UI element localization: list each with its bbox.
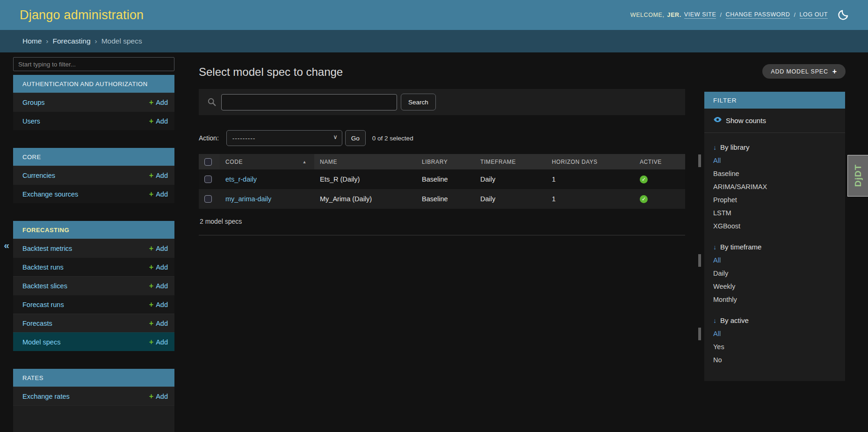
breadcrumb-home[interactable]: Home bbox=[22, 37, 42, 45]
column-header-timeframe[interactable]: TIMEFRAME bbox=[475, 154, 546, 169]
add-model-spec-button[interactable]: ADD MODEL SPEC + bbox=[762, 64, 846, 79]
breadcrumb-forecasting[interactable]: Forecasting bbox=[53, 37, 91, 45]
model-specs-link[interactable]: Model specs bbox=[22, 338, 60, 346]
add-users[interactable]: + Add bbox=[149, 117, 168, 125]
filter-option-library-lstm[interactable]: LSTM bbox=[713, 206, 836, 220]
top-header: Django administration WELCOME, JER. VIEW… bbox=[0, 0, 868, 30]
add-backtest-metrics-link[interactable]: Add bbox=[156, 245, 168, 252]
site-title[interactable]: Django administration bbox=[20, 8, 144, 22]
row-checkbox[interactable] bbox=[204, 176, 212, 183]
action-select[interactable]: --------- bbox=[226, 130, 342, 146]
debug-toolbar-label: DjDT bbox=[853, 164, 863, 187]
sidebar-item-backtest-runs[interactable]: Backtest runs + Add bbox=[13, 257, 174, 276]
add-backtest-runs[interactable]: + Add bbox=[149, 264, 168, 271]
filter-option-active-all[interactable]: All bbox=[713, 327, 836, 340]
add-forecast-runs[interactable]: + Add bbox=[149, 301, 168, 308]
collapse-down-arrow-icon[interactable]: ↓ bbox=[713, 317, 716, 324]
filter-option-active-no[interactable]: No bbox=[713, 353, 836, 366]
sidebar-item-forecast-runs[interactable]: Forecast runs + Add bbox=[13, 295, 174, 314]
search-input[interactable] bbox=[221, 94, 397, 110]
backtest-slices-link[interactable]: Backtest slices bbox=[22, 282, 67, 290]
breadcrumb-current: Model specs bbox=[101, 37, 142, 45]
filter-option-timeframe-all[interactable]: All bbox=[713, 254, 836, 267]
sidebar-item-backtest-slices[interactable]: Backtest slices + Add bbox=[13, 276, 174, 295]
filter-option-timeframe-weekly[interactable]: Weekly bbox=[713, 280, 836, 293]
debug-toolbar-handle[interactable]: DjDT bbox=[847, 155, 868, 197]
filter-option-library-baseline[interactable]: Baseline bbox=[713, 167, 836, 180]
plus-icon: + bbox=[149, 282, 153, 290]
add-exchange-rates-link[interactable]: Add bbox=[156, 393, 168, 400]
add-exchange-sources[interactable]: + Add bbox=[149, 190, 168, 198]
add-currencies-link[interactable]: Add bbox=[156, 172, 168, 179]
sort-ascending-icon[interactable]: ▲ bbox=[302, 160, 307, 164]
add-users-link[interactable]: Add bbox=[156, 117, 168, 125]
backtest-metrics-link[interactable]: Backtest metrics bbox=[22, 245, 72, 252]
nav-module-core: CORE Currencies + Add Exchange sources +… bbox=[13, 148, 174, 203]
filter-group-title: By timeframe bbox=[720, 243, 761, 251]
add-backtest-slices-link[interactable]: Add bbox=[156, 282, 168, 290]
column-header-library[interactable]: LIBRARY bbox=[416, 154, 475, 169]
show-counts-toggle[interactable]: Show counts bbox=[704, 109, 845, 133]
sidebar-item-exchange-rates[interactable]: Exchange rates + Add bbox=[13, 387, 174, 405]
collapse-down-arrow-icon[interactable]: ↓ bbox=[713, 243, 716, 251]
row-checkbox[interactable] bbox=[204, 195, 212, 203]
table-row: my_arima-daily My_Arima (Daily) Baseline… bbox=[199, 189, 685, 209]
sidebar-collapse-icon[interactable]: « bbox=[0, 240, 13, 251]
users-link[interactable]: Users bbox=[22, 117, 40, 125]
cell-library: Baseline bbox=[416, 189, 475, 209]
sidebar-filter-input[interactable] bbox=[13, 57, 174, 71]
model-spec-code-link[interactable]: ets_r-daily bbox=[225, 176, 257, 183]
filter-option-library-arima-sarimax[interactable]: ARIMA/SARIMAX bbox=[713, 180, 836, 193]
sidebar-item-exchange-sources[interactable]: Exchange sources + Add bbox=[13, 184, 174, 203]
add-backtest-runs-link[interactable]: Add bbox=[156, 264, 168, 271]
add-forecast-runs-link[interactable]: Add bbox=[156, 301, 168, 308]
sidebar-item-model-specs[interactable]: Model specs + Add bbox=[13, 332, 174, 351]
groups-link[interactable]: Groups bbox=[22, 99, 45, 106]
filter-option-library-xgboost[interactable]: XGBoost bbox=[713, 220, 836, 233]
add-forecasts-link[interactable]: Add bbox=[156, 320, 168, 327]
column-header-horizon-days[interactable]: HORIZON DAYS bbox=[546, 154, 634, 169]
select-all-checkbox[interactable] bbox=[204, 158, 212, 166]
add-groups-link[interactable]: Add bbox=[156, 99, 168, 106]
column-header-code[interactable]: CODE ▲ bbox=[220, 154, 314, 169]
currencies-link[interactable]: Currencies bbox=[22, 172, 55, 179]
filter-option-timeframe-monthly[interactable]: Monthly bbox=[713, 293, 836, 306]
add-backtest-metrics[interactable]: + Add bbox=[149, 245, 168, 252]
filter-option-timeframe-daily[interactable]: Daily bbox=[713, 267, 836, 280]
log-out-link[interactable]: LOG OUT bbox=[800, 11, 828, 19]
collapse-down-arrow-icon[interactable]: ↓ bbox=[713, 144, 716, 151]
sidebar-item-backtest-metrics[interactable]: Backtest metrics + Add bbox=[13, 239, 174, 257]
add-backtest-slices[interactable]: + Add bbox=[149, 282, 168, 290]
exchange-rates-link[interactable]: Exchange rates bbox=[22, 393, 70, 400]
theme-toggle-moon-icon[interactable] bbox=[837, 9, 849, 21]
sidebar-item-users[interactable]: Users + Add bbox=[13, 111, 174, 130]
go-button[interactable]: Go bbox=[345, 130, 366, 146]
filter-option-library-all[interactable]: All bbox=[713, 154, 836, 167]
add-exchange-sources-link[interactable]: Add bbox=[156, 190, 168, 198]
sidebar-item-currencies[interactable]: Currencies + Add bbox=[13, 166, 174, 184]
sidebar-item-groups[interactable]: Groups + Add bbox=[13, 93, 174, 111]
add-forecasts[interactable]: + Add bbox=[149, 320, 168, 327]
column-header-name[interactable]: NAME bbox=[314, 154, 416, 169]
add-model-specs-link[interactable]: Add bbox=[156, 338, 168, 346]
filter-option-active-yes[interactable]: Yes bbox=[713, 340, 836, 353]
change-password-link[interactable]: CHANGE PASSWORD bbox=[726, 11, 790, 19]
add-groups[interactable]: + Add bbox=[149, 99, 168, 106]
cell-timeframe: Daily bbox=[475, 189, 546, 209]
model-spec-code-link[interactable]: my_arima-daily bbox=[225, 195, 271, 203]
cell-timeframe: Daily bbox=[475, 169, 546, 189]
view-site-link[interactable]: VIEW SITE bbox=[684, 11, 716, 19]
add-exchange-rates[interactable]: + Add bbox=[149, 393, 168, 400]
backtest-runs-link[interactable]: Backtest runs bbox=[22, 264, 64, 271]
forecast-runs-link[interactable]: Forecast runs bbox=[22, 301, 64, 308]
add-currencies[interactable]: + Add bbox=[149, 172, 168, 179]
add-model-specs[interactable]: + Add bbox=[149, 338, 168, 346]
sidebar-item-forecasts[interactable]: Forecasts + Add bbox=[13, 314, 174, 332]
filter-option-library-prophet[interactable]: Prophet bbox=[713, 193, 836, 206]
search-button[interactable]: Search bbox=[401, 94, 436, 110]
active-yes-icon: ✓ bbox=[640, 195, 648, 203]
column-header-active[interactable]: ACTIVE bbox=[634, 154, 685, 169]
forecasts-link[interactable]: Forecasts bbox=[22, 320, 52, 327]
cell-horizon-days: 1 bbox=[546, 189, 634, 209]
exchange-sources-link[interactable]: Exchange sources bbox=[22, 190, 78, 198]
